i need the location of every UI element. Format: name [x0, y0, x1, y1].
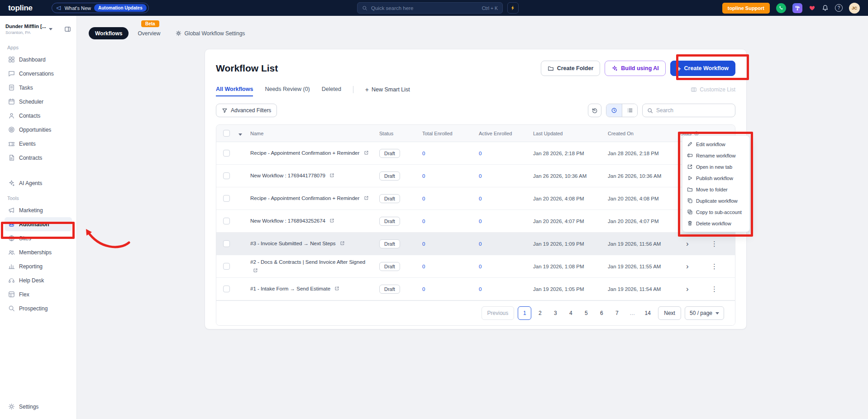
workflow-name[interactable]: #1 - Intake Form → Send Estimate [250, 286, 330, 291]
sidebar-item-automation[interactable]: Automation [5, 217, 72, 231]
workflow-name-cell[interactable]: Recipe - Appointment Confirmation + Remi… [248, 149, 377, 157]
row-menu-kebab[interactable]: ⋮ [711, 285, 718, 293]
phone-icon[interactable] [776, 3, 786, 13]
history-button[interactable] [588, 104, 601, 117]
pagination-page-3[interactable]: 3 [548, 306, 562, 320]
whats-new-badge[interactable]: Automation Updates [94, 4, 147, 12]
workflow-search-input[interactable] [656, 107, 730, 114]
list-tab-deleted[interactable]: Deleted [322, 83, 341, 96]
select-all-checkbox[interactable] [223, 130, 230, 137]
total-enrolled-value[interactable]: 0 [422, 286, 425, 292]
row-menu-kebab[interactable]: ⋮ [711, 240, 718, 248]
sidebar-item-opportunities[interactable]: Opportunities [5, 123, 72, 137]
page-tab-global-workflow-settings[interactable]: Global Workflow Settings [169, 27, 251, 39]
list-view-toggle[interactable] [622, 104, 637, 117]
workflow-name-cell[interactable]: Recipe - Appointment Confirmation + Remi… [248, 194, 377, 202]
row-checkbox[interactable] [223, 172, 230, 179]
row-expand-chevron[interactable]: › [686, 285, 689, 293]
sidebar-item-memberships[interactable]: Memberships [5, 245, 72, 259]
context-menu-item-edit-workflow[interactable]: Edit workflow [682, 138, 749, 150]
paintbrush-icon[interactable] [792, 3, 802, 13]
global-search[interactable]: Ctrl + K [357, 2, 503, 14]
external-link-icon[interactable] [334, 286, 339, 291]
workflow-name[interactable]: New Workflow : 1768943252674 [250, 218, 325, 224]
new-smart-list-button[interactable]: + New Smart List [365, 86, 410, 93]
pagination-page-1[interactable]: 1 [518, 306, 531, 320]
app-logo[interactable]: topline [8, 4, 33, 13]
page-size-select[interactable]: 50 / page [685, 306, 724, 320]
context-menu-item-duplicate-workflow[interactable]: Duplicate workflow [682, 195, 749, 206]
sidebar-item-conversations[interactable]: Conversations [5, 67, 72, 81]
active-enrolled-value[interactable]: 0 [479, 219, 482, 224]
page-tab-workflows[interactable]: Workflows [89, 27, 129, 39]
heart-icon[interactable] [809, 5, 816, 11]
pagination-previous[interactable]: Previous [482, 306, 515, 320]
active-enrolled-value[interactable]: 0 [479, 286, 482, 292]
sidebar-item-dashboard[interactable]: Dashboard [5, 52, 72, 67]
external-link-icon[interactable] [253, 268, 258, 273]
workflow-name[interactable]: New Workflow : 1769441778079 [250, 173, 325, 178]
active-enrolled-value[interactable]: 0 [479, 151, 482, 156]
workflow-name-cell[interactable]: #3 - Invoice Submitted → Next Steps [248, 239, 377, 248]
create-folder-button[interactable]: Create Folder [541, 61, 601, 76]
workflow-name-cell[interactable]: #1 - Intake Form → Send Estimate [248, 285, 377, 293]
row-checkbox[interactable] [223, 150, 230, 157]
row-expand-chevron[interactable]: › [686, 240, 689, 248]
workflow-name[interactable]: #3 - Invoice Submitted → Next Steps [250, 241, 336, 246]
pagination-next[interactable]: Next [658, 306, 681, 320]
expand-all-chevron-icon[interactable] [238, 133, 242, 136]
collapse-sidebar-icon[interactable] [64, 26, 71, 33]
context-menu-item-publish-workflow[interactable]: Publish workflow [682, 172, 749, 184]
total-enrolled-value[interactable]: 0 [422, 151, 425, 156]
row-checkbox[interactable] [223, 218, 230, 224]
context-menu-item-open-in-new-tab[interactable]: Open in new tab [682, 161, 749, 172]
sidebar-item-reporting[interactable]: Reporting [5, 259, 72, 273]
sidebar-item-scheduler[interactable]: Scheduler [5, 95, 72, 109]
workflow-name[interactable]: Recipe - Appointment Confirmation + Remi… [250, 150, 359, 156]
external-link-icon[interactable] [340, 241, 345, 246]
bell-icon[interactable] [822, 5, 829, 11]
sidebar-item-ai-agents[interactable]: AI Agents [5, 176, 72, 190]
workflow-name-cell[interactable]: #2 - Docs & Contracts | Send Invoice Aft… [248, 258, 377, 275]
total-enrolled-value[interactable]: 0 [422, 173, 425, 179]
whats-new-pill[interactable]: What's New Automation Updates [52, 3, 149, 13]
row-checkbox[interactable] [223, 240, 230, 247]
account-switcher[interactable]: Dunder Mifflin [... Scranton, PA [5, 19, 72, 39]
workflow-name[interactable]: #2 - Docs & Contracts | Send Invoice Aft… [250, 259, 365, 265]
row-checkbox[interactable] [223, 286, 230, 292]
workflow-name[interactable]: Recipe - Appointment Confirmation + Remi… [250, 195, 359, 201]
advanced-filters-button[interactable]: Advanced Filters [216, 104, 277, 117]
context-menu-item-copy-to-sub-account[interactable]: Copy to sub-account [682, 206, 749, 218]
pagination-page-4[interactable]: 4 [564, 306, 577, 320]
pagination-page-2[interactable]: 2 [533, 306, 547, 320]
clock-view-toggle[interactable] [606, 104, 622, 117]
help-icon[interactable]: ? [835, 4, 843, 12]
pagination-page-5[interactable]: 5 [579, 306, 593, 320]
context-menu-item-rename-workflow[interactable]: Rename workflow [682, 150, 749, 161]
sidebar-item-prospecting[interactable]: Prospecting [5, 301, 72, 315]
global-search-input[interactable] [371, 5, 478, 11]
row-checkbox[interactable] [223, 195, 230, 202]
total-enrolled-value[interactable]: 0 [422, 241, 425, 247]
sidebar-item-tasks[interactable]: Tasks [5, 81, 72, 95]
active-enrolled-value[interactable]: 0 [479, 241, 482, 247]
build-using-ai-button[interactable]: Build using AI [605, 61, 666, 76]
external-link-icon[interactable] [329, 173, 334, 178]
row-expand-chevron[interactable]: › [686, 262, 689, 270]
row-menu-kebab[interactable]: ⋮ [711, 262, 718, 271]
sidebar-item-events[interactable]: Events [5, 137, 72, 151]
sidebar-item-marketing[interactable]: Marketing [5, 203, 72, 217]
external-link-icon[interactable] [329, 218, 334, 223]
workflow-name-cell[interactable]: New Workflow : 1769441778079 [248, 171, 377, 180]
pagination-page-14[interactable]: 14 [641, 306, 654, 320]
sidebar-item-sites[interactable]: Sites [5, 231, 72, 245]
sidebar-item-settings[interactable]: Settings [5, 400, 72, 414]
workflow-name-cell[interactable]: New Workflow : 1768943252674 [248, 217, 377, 225]
customize-list-button[interactable]: Customize List [691, 86, 735, 93]
page-tab-overview[interactable]: Overview [131, 27, 167, 39]
pagination-page-7[interactable]: 7 [610, 306, 624, 320]
list-tab-needs-review-0[interactable]: Needs Review (0) [265, 83, 310, 96]
external-link-icon[interactable] [364, 150, 369, 155]
quick-actions-button[interactable] [507, 2, 519, 14]
list-tab-all-workflows[interactable]: All Workflows [216, 83, 253, 96]
